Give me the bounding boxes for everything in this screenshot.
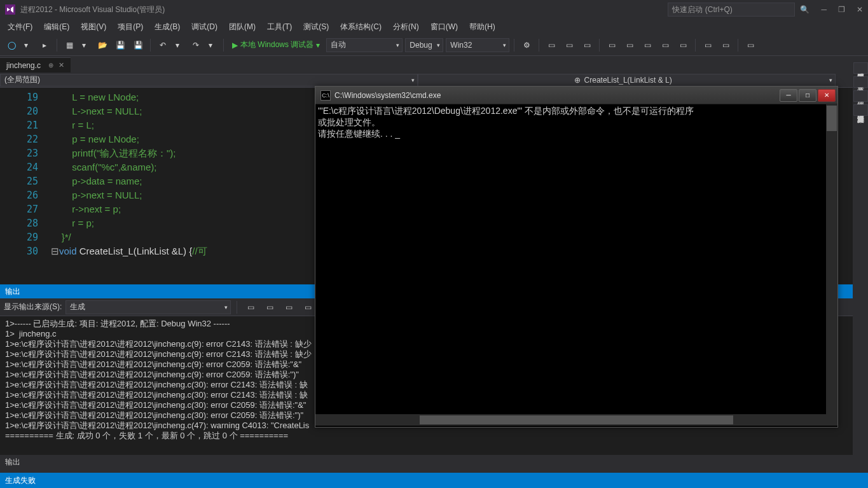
cmd-hscrollbar[interactable] xyxy=(315,414,837,426)
cmd-vscrollbar[interactable] xyxy=(826,104,837,414)
tab-close-icon[interactable]: ✕ xyxy=(59,61,64,69)
menu-window[interactable]: 窗口(W) xyxy=(425,20,463,34)
tb-icon-12[interactable]: ▭ xyxy=(743,38,758,53)
cmd-title: C:\Windows\system32\cmd.exe xyxy=(334,91,779,100)
search-icon[interactable]: 🔍 xyxy=(800,5,809,14)
out-icon-4[interactable]: ▭ xyxy=(300,300,315,315)
save-icon[interactable]: 💾 xyxy=(113,38,128,53)
undo-icon[interactable]: ↶ xyxy=(155,38,170,53)
nav-back-drop[interactable]: ▾ xyxy=(22,38,34,53)
menu-project[interactable]: 项目(P) xyxy=(113,20,148,34)
cmd-titlebar[interactable]: C:\ C:\Windows\system32\cmd.exe ─ □ ✕ xyxy=(315,87,837,104)
redo-drop[interactable]: ▾ xyxy=(206,38,219,53)
tb-icon-7[interactable]: ▭ xyxy=(640,38,655,53)
pin-icon[interactable]: ⊕ xyxy=(48,62,53,69)
close-icon[interactable]: ✕ xyxy=(857,5,863,14)
file-tab-label: jincheng.c xyxy=(6,61,41,70)
status-bar: 生成失败 xyxy=(0,473,868,488)
file-tab-jincheng[interactable]: jincheng.c ⊕ ✕ xyxy=(0,57,71,73)
status-text: 生成失败 xyxy=(5,475,36,486)
menu-debug[interactable]: 调试(D) xyxy=(186,20,223,34)
menu-view[interactable]: 视图(V) xyxy=(76,20,111,34)
undo-drop[interactable]: ▾ xyxy=(173,38,186,53)
minimize-icon[interactable]: ─ xyxy=(821,5,827,14)
menu-file[interactable]: 文件(F) xyxy=(3,20,38,34)
menu-arch[interactable]: 体系结构(C) xyxy=(335,20,387,34)
menu-team[interactable]: 团队(M) xyxy=(224,20,261,34)
new-project-icon[interactable]: ▦ xyxy=(62,38,77,53)
tb-icon-9[interactable]: ▭ xyxy=(675,38,691,53)
menu-tools[interactable]: 工具(T) xyxy=(262,20,297,34)
tb-icon-1[interactable]: ⚙ xyxy=(519,38,534,53)
open-icon[interactable]: 📂 xyxy=(95,38,110,53)
menu-edit[interactable]: 编辑(E) xyxy=(39,20,74,34)
cmd-window[interactable]: C:\ C:\Windows\system32\cmd.exe ─ □ ✕ '"… xyxy=(315,86,838,428)
menu-build[interactable]: 生成(B) xyxy=(149,20,185,34)
quick-launch-input[interactable]: 快速启动 (Ctrl+Q) xyxy=(668,3,795,17)
config-platform-combo[interactable]: Win32 xyxy=(446,38,509,52)
tb-icon-3[interactable]: ▭ xyxy=(561,38,577,53)
side-tab-solution[interactable]: 解决方案资源管理器 xyxy=(853,104,868,116)
tb-icon-6[interactable]: ▭ xyxy=(622,38,637,53)
tb-icon-11[interactable]: ▭ xyxy=(718,38,733,53)
tb-icon-4[interactable]: ▭ xyxy=(579,38,595,53)
output-source-combo[interactable]: 生成 xyxy=(65,300,231,314)
cmd-minimize-button[interactable]: ─ xyxy=(780,89,797,102)
scope-combo[interactable]: (全局范围) xyxy=(0,74,418,87)
menu-analyze[interactable]: 分析(N) xyxy=(388,20,424,34)
function-combo[interactable]: ⊕ CreateList_L(LinkList & L) xyxy=(418,74,836,87)
out-icon-3[interactable]: ▭ xyxy=(281,300,296,315)
side-tab-toolbox[interactable]: 工具箱 xyxy=(853,76,868,88)
tb-icon-10[interactable]: ▭ xyxy=(700,38,715,53)
cmd-body[interactable]: '"E:\c程序设计语言\进程2012\Debug\进程2012.exe"' 不… xyxy=(315,104,837,414)
config-debug-combo[interactable]: Debug xyxy=(405,38,443,52)
maximize-icon[interactable]: ❐ xyxy=(838,5,845,14)
save-all-icon[interactable]: 💾 xyxy=(130,38,146,53)
start-debug-button[interactable]: ▶ 本地 Windows 调试器 ▾ xyxy=(228,39,324,50)
out-icon-1[interactable]: ▭ xyxy=(243,300,258,315)
side-tab-props[interactable]: 属性 xyxy=(853,90,868,102)
toolbar: ◯ ▾ ▸ ▦ ▾ 📂 💾 💾 ↶ ▾ ↷ ▾ ▶ 本地 Windows 调试器… xyxy=(0,34,868,56)
vs-logo-icon xyxy=(5,4,15,15)
cmd-maximize-button[interactable]: □ xyxy=(799,89,816,102)
nav-fwd-icon[interactable]: ▸ xyxy=(37,38,52,53)
tb-icon-2[interactable]: ▭ xyxy=(544,38,559,53)
title-bar: 进程2012 - Microsoft Visual Studio(管理员) 快速… xyxy=(0,0,868,19)
window-title: 进程2012 - Microsoft Visual Studio(管理员) xyxy=(20,4,668,15)
out-icon-2[interactable]: ▭ xyxy=(262,300,277,315)
menu-bar: 文件(F) 编辑(E) 视图(V) 项目(P) 生成(B) 调试(D) 团队(M… xyxy=(0,19,868,34)
cmd-icon: C:\ xyxy=(320,90,331,101)
menu-test[interactable]: 测试(S) xyxy=(298,20,334,34)
menu-help[interactable]: 帮助(H) xyxy=(464,20,500,34)
config-auto-combo[interactable]: 自动 xyxy=(326,38,403,52)
line-gutter: 192021222324252627282930 xyxy=(0,88,45,284)
tb-icon-8[interactable]: ▭ xyxy=(658,38,673,53)
output-source-label: 显示输出来源(S): xyxy=(4,302,62,312)
new-drop[interactable]: ▾ xyxy=(79,38,92,53)
tab-row: jincheng.c ⊕ ✕ xyxy=(0,56,853,73)
redo-icon[interactable]: ↷ xyxy=(188,38,203,53)
nav-back-icon[interactable]: ◯ xyxy=(4,38,19,53)
side-panel-tabs: 服务器资源管理器 工具箱 属性 解决方案资源管理器 xyxy=(853,56,868,469)
tb-icon-5[interactable]: ▭ xyxy=(604,38,619,53)
cmd-close-button[interactable]: ✕ xyxy=(818,89,836,102)
side-tab-server[interactable]: 服务器资源管理器 xyxy=(853,62,868,74)
output-tab[interactable]: 输出 xyxy=(0,455,853,469)
